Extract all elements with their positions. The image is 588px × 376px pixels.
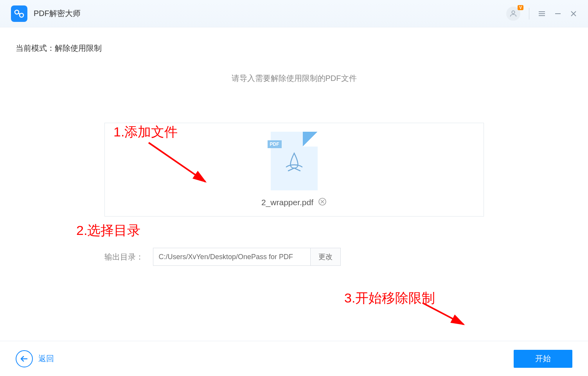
file-row: 2_wrapper.pdf <box>261 197 327 208</box>
remove-icon <box>318 197 327 206</box>
app-logo <box>11 5 27 22</box>
pdf-badge: PDF <box>268 140 282 148</box>
back-arrow-icon <box>20 355 29 363</box>
user-avatar[interactable]: V <box>506 7 520 21</box>
instruction-text: 请导入需要解除使用限制的PDF文件 <box>16 73 572 84</box>
start-button[interactable]: 开始 <box>514 350 572 368</box>
pdf-file-icon: PDF <box>271 132 318 190</box>
file-dropzone[interactable]: PDF 2_wrapper.pdf <box>104 123 484 217</box>
menu-button[interactable] <box>538 10 546 18</box>
close-icon <box>570 10 577 17</box>
key-icon <box>14 8 25 19</box>
output-row: 输出目录： C:/Users/XvYen/Desktop/OnePass for… <box>104 248 484 266</box>
annotation-2: 2.选择目录 <box>76 222 140 240</box>
minimize-button[interactable] <box>554 10 561 17</box>
mode-prefix: 当前模式： <box>16 44 55 52</box>
change-directory-button[interactable]: 更改 <box>310 248 340 265</box>
acrobat-icon <box>282 149 306 173</box>
menu-icon <box>538 10 546 18</box>
content-area: 当前模式：解除使用限制 请导入需要解除使用限制的PDF文件 PDF 2_wrap… <box>0 27 588 341</box>
vip-badge: V <box>518 5 523 10</box>
back-label[interactable]: 返回 <box>38 353 54 364</box>
person-icon <box>509 9 518 18</box>
svg-point-3 <box>512 11 514 13</box>
svg-line-16 <box>423 303 464 324</box>
app-title: PDF解密大师 <box>34 8 81 19</box>
mode-label: 当前模式：解除使用限制 <box>16 43 572 54</box>
minimize-icon <box>554 10 561 17</box>
titlebar: PDF解密大师 V <box>0 0 588 27</box>
divider <box>529 8 529 20</box>
annotation-3-arrow <box>419 299 469 330</box>
footer: 返回 开始 <box>0 341 588 376</box>
file-name: 2_wrapper.pdf <box>261 198 313 207</box>
back-button[interactable] <box>16 350 33 367</box>
close-button[interactable] <box>570 10 577 17</box>
mode-value: 解除使用限制 <box>55 44 102 52</box>
output-path: C:/Users/XvYen/Desktop/OnePass for PDF <box>153 253 310 261</box>
output-path-box: C:/Users/XvYen/Desktop/OnePass for PDF 更… <box>153 248 341 266</box>
output-label: 输出目录： <box>104 252 144 262</box>
remove-file-button[interactable] <box>318 197 327 208</box>
annotation-3: 3.开始移除限制 <box>344 289 435 307</box>
titlebar-controls: V <box>506 7 577 21</box>
file-corner <box>303 132 318 147</box>
